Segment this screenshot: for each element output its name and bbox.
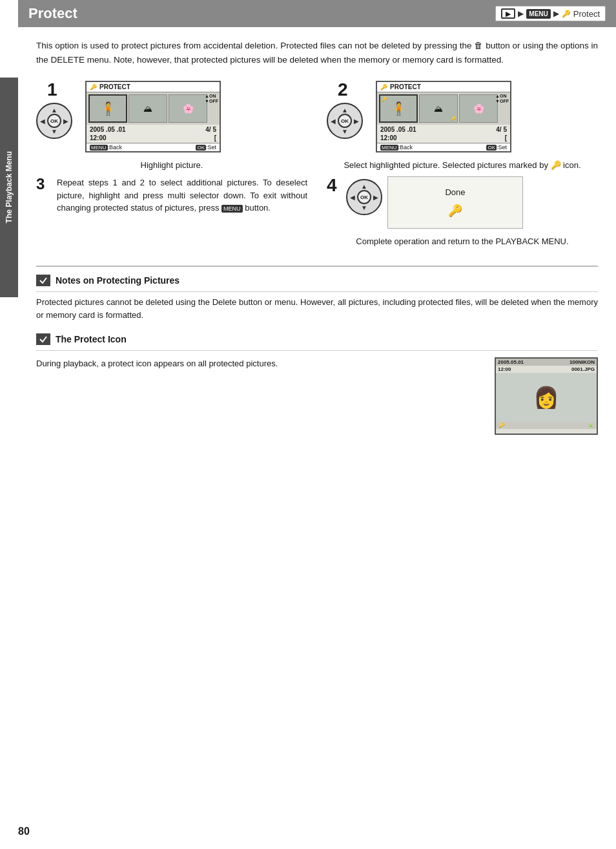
lcd1-menu-key: MENU <box>90 145 108 151</box>
dpad4-ok: OK <box>357 190 371 204</box>
lcd1-bottom-bar: MENU:Back OK:Set <box>87 143 220 151</box>
step2-left: 2 ▲ ▼ ◀ ▶ OK <box>327 81 363 152</box>
step2-right: 🔑 PROTECT 🧍 🔑 ⛰ 🔑 <box>376 81 511 152</box>
lcd1-thumb1: 🧍 <box>88 94 127 123</box>
dpad-down: ▼ <box>51 128 57 135</box>
lcd1-title: PROTECT <box>99 83 130 90</box>
lcd2-ok-key: OK <box>486 145 497 151</box>
lcd2-time: 12:00 <box>380 134 397 142</box>
dpad2-ok: OK <box>338 114 352 128</box>
lcd2-info-bar: 2005 .05 .01 4/ 5 <box>377 125 510 134</box>
breadcrumb-arrow2: ▶ <box>553 9 559 18</box>
dpad4-down: ▼ <box>361 204 367 211</box>
lcd1-bracket: [ <box>214 134 216 142</box>
note2-divider <box>36 350 598 351</box>
step2-combined: 2 ▲ ▼ ◀ ▶ OK <box>327 81 598 152</box>
lcd2-menu-key: MENU <box>380 145 398 151</box>
step2-number: 2 <box>338 81 352 99</box>
cam-time-bar: 12:00 0001.JPG <box>496 366 597 373</box>
lcd2-thumb2: ⛰ 🔑 <box>419 94 458 123</box>
lcd1-protect-icon: 🔑 <box>90 84 97 90</box>
note2-text: During playback, a protect icon appears … <box>36 357 482 370</box>
note1-divider <box>36 291 598 292</box>
step2-block: 2 ▲ ▼ ◀ ▶ OK <box>327 81 598 170</box>
lcd2-bottom-bar: MENU:Back OK:Set <box>377 143 510 151</box>
step1-caption: Highlight picture. <box>36 160 307 170</box>
lcd2-date: 2005 .05 .01 <box>380 126 416 133</box>
step1-dpad: ▲ ▼ ◀ ▶ OK <box>36 103 72 139</box>
step2-lcd: 🔑 PROTECT 🧍 🔑 ⛰ 🔑 <box>376 81 511 152</box>
cam-battery-icon: 🔋 <box>588 423 594 428</box>
step3-block: 3 Repeat steps 1 and 2 to select additio… <box>36 176 307 246</box>
intro-text: This option is used to protect pictures … <box>36 39 598 67</box>
step2-caption: Select highlighted picture. Selected pic… <box>327 160 598 170</box>
note1-icon <box>36 275 50 286</box>
lcd1-date: 2005 .05 .01 <box>90 126 126 133</box>
step4-block: 4 ▲ ▼ ◀ ▶ OK Done 🔑 C <box>327 176 598 246</box>
step4-content: 4 ▲ ▼ ◀ ▶ OK Done 🔑 <box>327 176 598 229</box>
note1-block: Notes on Protecting Pictures Protected p… <box>36 275 598 322</box>
step1-left: 1 ▲ ▼ ◀ ▶ OK <box>36 81 72 152</box>
cam-time: 12:00 <box>498 366 511 372</box>
lcd1-thumb2: ⛰ <box>128 94 167 123</box>
lcd2-title-bar: 🔑 PROTECT <box>377 82 510 92</box>
breadcrumb: ▶ ▶ MENU ▶ 🔑 Protect <box>495 6 606 21</box>
lcd1-thumb3: 🌸 <box>169 94 207 123</box>
dpad-left: ◀ <box>40 118 45 125</box>
checkmark-icon <box>39 276 48 285</box>
step3-content: 3 Repeat steps 1 and 2 to select additio… <box>36 176 307 215</box>
page-number: 80 <box>18 826 30 837</box>
dpad4-up: ▲ <box>361 183 367 190</box>
step1-lcd: 🔑 PROTECT 🧍 ⛰ <box>85 81 221 152</box>
lcd2-protect-icon: 🔑 <box>380 84 387 90</box>
lcd2-title: PROTECT <box>390 83 421 90</box>
note2-title: The Protect Icon <box>56 334 127 344</box>
menu-label: MENU <box>526 9 550 19</box>
dpad4-left: ◀ <box>350 194 355 201</box>
lcd1-onoff: ▲ON ▼OFF <box>205 94 218 103</box>
cam-filename: 0001.JPG <box>571 366 595 372</box>
step4-dpad: ▲ ▼ ◀ ▶ OK <box>346 179 382 215</box>
cam-top-bar: 2005.05.01 100NIKON <box>496 359 597 366</box>
lcd2-time-bar: 12:00 [ <box>377 134 510 143</box>
lcd2-onoff: ▲ON ▼OFF <box>495 94 509 103</box>
lcd2-images-row: 🧍 🔑 ⛰ 🔑 🌸 <box>377 92 510 125</box>
lcd1-time-bar: 12:00 [ <box>87 134 220 143</box>
cam-image-area: 👩 <box>496 373 597 422</box>
protect-key-icon: 🔑 <box>562 10 571 18</box>
step2-dpad: ▲ ▼ ◀ ▶ OK <box>327 103 363 139</box>
page-header: Protect ▶ ▶ MENU ▶ 🔑 Protect <box>18 0 616 27</box>
steps-grid: 1 ▲ ▼ ◀ ▶ OK <box>36 81 598 170</box>
step1-combined: 1 ▲ ▼ ◀ ▶ OK <box>36 81 307 152</box>
playback-icon: ▶ <box>501 8 515 19</box>
main-content: This option is used to protect pictures … <box>18 27 616 448</box>
lcd1-ok-key: OK <box>196 145 206 151</box>
step3-number: 3 <box>36 176 50 192</box>
lcd1-images-wrapper: 🧍 ⛰ 🌸 ▲ON ▼OFF <box>87 92 220 125</box>
lcd2-bracket: [ <box>505 134 507 142</box>
dpad-right: ▶ <box>63 118 68 125</box>
breadcrumb-arrow1: ▶ <box>518 9 524 18</box>
cam-protect-icon: 🔑 <box>498 423 505 428</box>
step4-done-label: Done <box>445 187 465 197</box>
note2-content: During playback, a protect icon appears … <box>36 357 598 435</box>
cam-person-glyph: 👩 <box>533 385 559 410</box>
note1-header: Notes on Protecting Pictures <box>36 275 598 286</box>
dpad2-left: ◀ <box>331 118 336 125</box>
lcd2-counter: 4/ 5 <box>496 126 507 133</box>
dpad4-outer: ▲ ▼ ◀ ▶ OK <box>346 179 382 215</box>
dpad-outer: ▲ ▼ ◀ ▶ OK <box>36 103 72 139</box>
note2-block: The Protect Icon During playback, a prot… <box>36 333 598 435</box>
step4-protect-icon: 🔑 <box>448 204 462 218</box>
cam-bottom-bar: 🔑 🔋 <box>496 422 597 429</box>
breadcrumb-protect-label: Protect <box>573 9 600 19</box>
note2-icon <box>36 333 50 345</box>
checkmark2-icon <box>39 335 48 344</box>
step1-number: 1 <box>47 81 61 99</box>
dpad2-outer: ▲ ▼ ◀ ▶ OK <box>327 103 363 139</box>
dpad4-right: ▶ <box>373 194 378 201</box>
step1-right: 🔑 PROTECT 🧍 ⛰ <box>85 81 221 152</box>
step1-block: 1 ▲ ▼ ◀ ▶ OK <box>36 81 307 170</box>
lcd1-time: 12:00 <box>90 134 107 142</box>
step4-number: 4 <box>327 176 341 194</box>
